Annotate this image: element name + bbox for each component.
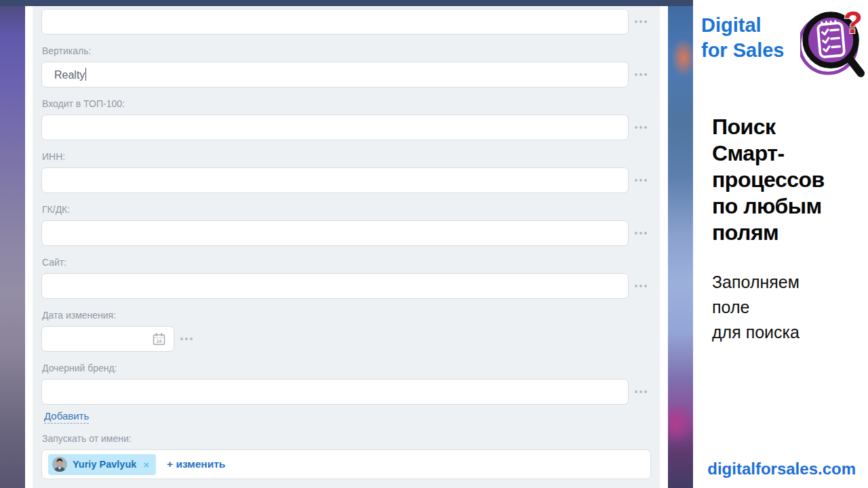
form-field: ИНН: xyxy=(41,151,660,193)
form-field-date: Дата изменения: 24 xyxy=(41,310,660,352)
run-as-field[interactable]: Yuriy Pavlyuk × + изменить xyxy=(41,449,651,479)
change-user-link[interactable]: + изменить xyxy=(167,458,225,470)
svg-text:24: 24 xyxy=(156,338,162,344)
field-input[interactable] xyxy=(41,9,629,35)
ellipsis-icon[interactable] xyxy=(635,62,647,87)
field-value: Realty xyxy=(54,68,86,81)
heading-line: процессов xyxy=(712,167,864,193)
date-input[interactable]: 24 xyxy=(41,326,174,352)
field-label: ГК/ДК: xyxy=(42,204,660,216)
add-field-link[interactable]: Добавить xyxy=(44,410,89,424)
logo-line1: Digital xyxy=(701,13,785,38)
calendar-icon[interactable]: 24 xyxy=(153,333,165,346)
slide-heading: Поиск Смарт- процессов по любым полям xyxy=(712,114,864,246)
slide-subtitle: Заполняем поле для поиска xyxy=(712,270,864,345)
window-topbar xyxy=(0,0,693,6)
field-input[interactable] xyxy=(41,379,629,405)
ellipsis-icon[interactable] xyxy=(635,220,647,246)
subtitle-line: для поиска xyxy=(712,320,864,345)
field-input[interactable] xyxy=(41,115,629,140)
ellipsis-icon[interactable] xyxy=(635,273,647,299)
form-field xyxy=(41,9,660,35)
heading-line: Смарт- xyxy=(712,140,864,167)
field-label: Дочерний бренд: xyxy=(42,363,660,374)
field-label: Сайт: xyxy=(42,257,660,268)
subtitle-line: Заполняем xyxy=(712,270,864,295)
run-as-label: Запускать от имени: xyxy=(42,433,660,445)
remove-icon[interactable]: × xyxy=(143,459,149,470)
heading-line: по любым xyxy=(712,193,864,220)
ellipsis-icon[interactable] xyxy=(635,9,647,35)
checklist-magnifier-icon: ? xyxy=(800,7,865,77)
heading-line: Поиск xyxy=(712,114,864,140)
ellipsis-icon[interactable] xyxy=(635,379,647,405)
crm-form-panel: Вертикаль: Realty Входит в ТОП-100: xyxy=(33,6,660,488)
field-label: Входит в ТОП-100: xyxy=(42,98,660,110)
svg-text:?: ? xyxy=(844,7,863,40)
ellipsis-icon[interactable] xyxy=(635,167,647,193)
field-label: ИНН: xyxy=(42,151,660,163)
user-chip-name: Yuriy Pavlyuk xyxy=(73,459,136,470)
form-field: ГК/ДК: xyxy=(41,204,660,246)
form-field: Сайт: xyxy=(41,257,660,299)
slide: Вертикаль: Realty Входит в ТОП-100: xyxy=(0,0,868,488)
form-field: Дочерний бренд: xyxy=(41,363,660,405)
ellipsis-icon[interactable] xyxy=(635,115,647,140)
logo-line2: for Sales xyxy=(701,38,785,63)
field-input[interactable] xyxy=(41,220,629,246)
field-label: Вертикаль: xyxy=(42,45,660,57)
form-field: Входит в ТОП-100: xyxy=(41,98,660,140)
background-photo-right xyxy=(668,0,693,488)
field-input[interactable] xyxy=(41,167,629,193)
subtitle-line: поле xyxy=(712,295,864,320)
promo-sidebar: Digital for Sales xyxy=(693,0,868,488)
field-input[interactable] xyxy=(41,273,629,299)
avatar xyxy=(52,456,68,472)
logo: Digital for Sales xyxy=(701,7,865,77)
form-field: Вертикаль: Realty xyxy=(41,45,660,87)
background-photo-left xyxy=(0,0,25,488)
vertical-input[interactable]: Realty xyxy=(41,62,629,87)
crm-slider: Вертикаль: Realty Входит в ТОП-100: xyxy=(25,6,668,488)
ellipsis-icon[interactable] xyxy=(180,326,193,352)
website-label: digitalforsales.com xyxy=(707,460,856,479)
user-chip[interactable]: Yuriy Pavlyuk × xyxy=(48,454,156,475)
heading-line: полям xyxy=(712,220,864,246)
field-label: Дата изменения: xyxy=(42,310,660,321)
logo-text: Digital for Sales xyxy=(701,7,785,63)
